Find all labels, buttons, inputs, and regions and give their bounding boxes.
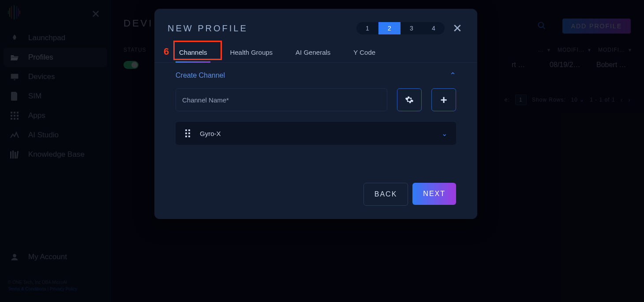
chevron-up-icon: ⌃ [449,71,456,80]
nav-label: Knowledge Base [28,150,85,159]
svg-rect-2 [17,112,19,113]
step-indicator: 1 2 3 4 [356,22,445,34]
close-icon[interactable]: ✕ [453,23,462,34]
copyright-text: © ONE Tech, Inc DBA MicroAI [8,279,77,286]
sidebar-item-launchpad[interactable]: Launchpad [4,28,107,48]
tab-ai-generals[interactable]: AI Generals [284,43,342,62]
svg-rect-1 [14,112,15,113]
sidebar-item-apps[interactable]: Apps [4,106,107,125]
next-page-icon[interactable]: › [628,96,631,103]
add-profile-button[interactable]: ADD PROFILE [562,19,631,34]
terms-link[interactable]: Terms & Conditions [8,287,46,291]
gear-icon [405,95,414,104]
nav-label: Devices [28,72,55,81]
filter-icon[interactable]: ▾ [588,47,591,53]
sidebar-item-profiles[interactable]: Profiles [4,48,107,67]
analytics-icon [10,132,19,139]
svg-point-13 [13,254,16,257]
user-icon [10,253,19,261]
legal-footer: © ONE Tech, Inc DBA MicroAI Terms & Cond… [8,279,77,292]
nav-label: Launchpad [28,34,65,42]
next-button[interactable]: NEXT [412,183,456,205]
modal-title: NEW PROFILE [168,23,248,34]
folder-open-icon [10,53,19,61]
status-toggle[interactable] [124,61,139,69]
nav-label: My Account [28,253,67,261]
tab-health-groups[interactable]: Health Groups [218,43,284,62]
page-input[interactable]: 1 [515,94,527,105]
create-channel-accordion[interactable]: Create Channel ⌃ [176,71,456,80]
annotation-number: 6 [164,46,169,57]
annotation-highlight-box [173,41,222,60]
channel-name: Gyro-X [200,130,221,137]
filter-icon[interactable]: ▾ [547,47,550,53]
channel-item[interactable]: Gyro-X ⌄ [176,122,456,145]
add-channel-button[interactable]: + [431,88,456,111]
svg-rect-7 [14,118,15,120]
sidebar-close-icon[interactable]: ✕ [91,9,100,19]
svg-rect-10 [12,151,14,159]
step-3[interactable]: 3 [401,22,423,34]
filter-icon[interactable]: ▾ [629,47,632,53]
svg-rect-3 [11,115,12,117]
modal-tabs: 6 Channels Health Groups AI Generals Y C… [154,43,477,63]
nav-label: Apps [28,111,45,120]
app-logo [6,4,22,20]
monitor-icon [10,73,19,81]
sidebar-item-account[interactable]: My Account [4,247,113,267]
svg-rect-6 [11,118,12,120]
pagination: e: 1 Show Rows: 10 ⌄ 1 - 1 of 1 ‹ › [505,94,631,105]
svg-rect-8 [17,118,19,120]
step-2[interactable]: 2 [378,22,401,34]
library-icon [10,151,19,159]
tab-y-code[interactable]: Y Code [342,43,387,62]
sidebar-item-sim[interactable]: SIM [4,87,107,106]
privacy-link[interactable]: Privacy Policy [50,287,77,291]
svg-rect-5 [17,115,19,117]
sidebar-item-devices[interactable]: Devices [4,67,107,87]
sidebar-item-knowledge-base[interactable]: Knowledge Base [4,145,107,164]
sidebar: ✕ Launchpad Profiles Devices SIM [0,0,111,302]
svg-rect-9 [10,151,11,159]
drag-handle-icon[interactable] [185,129,190,137]
plus-icon: + [440,93,447,107]
sidebar-item-ai-studio[interactable]: AI Studio [4,125,107,145]
search-icon[interactable] [537,21,546,30]
rows-select[interactable]: 10 ⌄ [571,97,585,103]
rocket-icon [10,34,19,42]
svg-rect-11 [15,152,16,159]
nav-label: AI Studio [28,131,59,140]
apps-grid-icon [10,112,19,120]
svg-rect-0 [11,112,12,113]
svg-point-14 [539,23,544,28]
back-button[interactable]: BACK [363,183,408,206]
chevron-down-icon[interactable]: ⌄ [442,129,447,138]
svg-rect-4 [14,115,15,117]
step-4[interactable]: 4 [423,22,445,34]
nav-label: SIM [28,92,41,101]
channel-settings-button[interactable] [397,88,422,111]
new-profile-modal: NEW PROFILE 1 2 3 4 ✕ 6 Channels Health … [154,9,477,219]
channel-name-input[interactable]: Channel Name* [176,88,387,111]
prev-page-icon[interactable]: ‹ [621,96,623,103]
step-1[interactable]: 1 [356,22,378,34]
sim-icon [10,92,19,101]
svg-rect-12 [16,151,19,159]
nav-label: Profiles [28,53,53,62]
